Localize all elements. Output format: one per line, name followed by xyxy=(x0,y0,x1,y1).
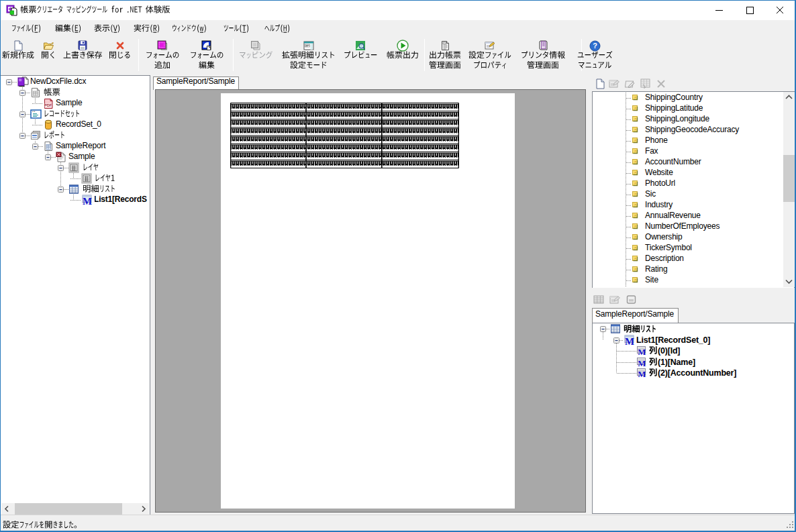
svg-text:M: M xyxy=(625,336,634,346)
svg-text:M: M xyxy=(638,369,646,378)
svg-text:M: M xyxy=(638,358,646,368)
svg-text:PDF: PDF xyxy=(44,103,52,107)
svg-text:M: M xyxy=(638,347,646,356)
svg-text:M: M xyxy=(83,196,92,206)
svg-text:?: ? xyxy=(593,42,597,50)
